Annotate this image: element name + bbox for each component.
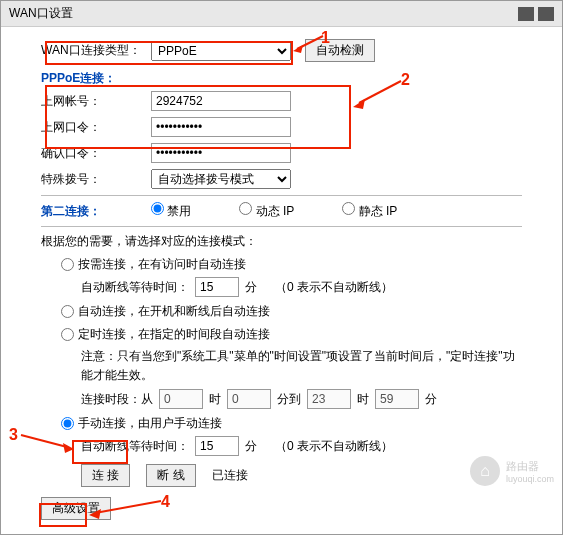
mode-timed-label: 定时连接，在指定的时间段自动连接 [78, 326, 270, 343]
svg-marker-7 [89, 509, 101, 519]
mode-intro: 根据您的需要，请选择对应的连接模式： [41, 233, 522, 250]
svg-marker-1 [293, 45, 303, 53]
minimize-icon[interactable] [518, 7, 534, 21]
watermark: ⌂ 路由器 luyouqi.com [470, 456, 554, 486]
arrow-2-icon [353, 79, 403, 109]
mode-manual-radio[interactable] [61, 417, 74, 430]
mode-ondemand-radio[interactable] [61, 258, 74, 271]
annotation-box-2 [45, 85, 351, 149]
titlebar: WAN口设置 [1, 1, 562, 27]
period-to-h[interactable] [307, 389, 351, 409]
disc-wait-label: 自动断线等待时间： [81, 279, 189, 296]
connect-status: 已连接 [212, 467, 248, 484]
second-dyn-radio[interactable]: 动态 IP [239, 202, 294, 220]
annotation-num-3: 3 [9, 426, 18, 444]
mode-ondemand-label: 按需连接，在有访问时自动连接 [78, 256, 246, 273]
window-title: WAN口设置 [9, 5, 73, 22]
disc-wait-input[interactable] [195, 277, 239, 297]
mode-timed-radio[interactable] [61, 328, 74, 341]
disconnect-button[interactable]: 断 线 [146, 464, 195, 487]
svg-line-2 [359, 81, 401, 103]
svg-line-4 [21, 435, 67, 447]
timed-note: 注意：只有当您到"系统工具"菜单的"时间设置"项设置了当前时间后，"定时连接"功… [81, 347, 522, 385]
arrow-3-icon [19, 433, 74, 453]
period-from-m[interactable] [227, 389, 271, 409]
dial-select[interactable]: 自动选择拨号模式 [151, 169, 291, 189]
second-disable-radio[interactable]: 禁用 [151, 202, 191, 220]
maximize-icon[interactable] [538, 7, 554, 21]
window-controls [518, 7, 554, 21]
mode-auto-radio[interactable] [61, 305, 74, 318]
annotation-box-4 [39, 503, 87, 527]
svg-line-6 [95, 501, 161, 513]
period-from-h[interactable] [159, 389, 203, 409]
disc-hint: （0 表示不自动断线） [275, 279, 393, 296]
dial-label: 特殊拨号： [41, 171, 151, 188]
period-to-m[interactable] [375, 389, 419, 409]
connect-button[interactable]: 连 接 [81, 464, 130, 487]
second-conn-label: 第二连接： [41, 203, 151, 220]
mode-auto-label: 自动连接，在开机和断线后自动连接 [78, 303, 270, 320]
second-static-radio[interactable]: 静态 IP [342, 202, 397, 220]
mode-manual-label: 手动连接，由用户手动连接 [78, 415, 222, 432]
arrow-1-icon [293, 31, 333, 55]
disc-wait-input-2[interactable] [195, 436, 239, 456]
annotation-box-3 [72, 440, 128, 464]
svg-marker-5 [63, 443, 74, 453]
arrow-4-icon [89, 499, 164, 519]
annotation-box-1 [45, 41, 293, 65]
watermark-icon: ⌂ [470, 456, 500, 486]
svg-marker-3 [353, 99, 365, 109]
